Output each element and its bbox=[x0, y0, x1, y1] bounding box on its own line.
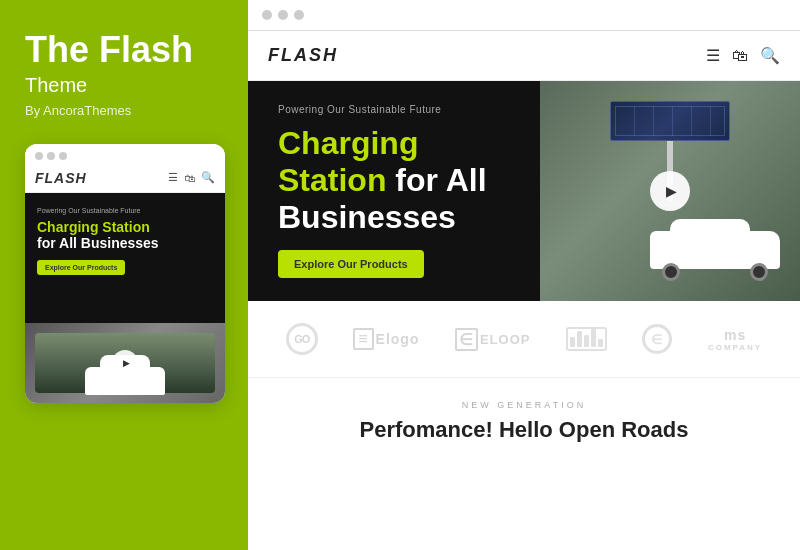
theme-subtitle: Theme bbox=[25, 74, 87, 97]
mockup-menu-icon[interactable]: ☰ bbox=[168, 171, 178, 184]
bar-1 bbox=[570, 337, 575, 347]
bar-2 bbox=[577, 331, 582, 347]
browser-chrome bbox=[248, 0, 800, 31]
mockup-hero-white: for All Businesses bbox=[37, 235, 159, 251]
logo-go: GO bbox=[286, 323, 318, 355]
hero-image bbox=[540, 81, 800, 301]
new-gen-title: Perfomance! Hello Open Roads bbox=[268, 416, 780, 444]
hero-title-white2: Businesses bbox=[278, 199, 456, 235]
logo-bars bbox=[566, 327, 607, 351]
hero-title: Charging Station for All Businesses bbox=[278, 125, 510, 235]
logo-company-container: ms COMPANY bbox=[708, 327, 762, 352]
nav-search-icon[interactable]: 🔍 bbox=[760, 46, 780, 65]
logo-eloop: ∈ ELOOP bbox=[455, 328, 531, 351]
nav-menu-icon[interactable]: ☰ bbox=[706, 46, 720, 65]
logos-section: GO ≡ Elogo ∈ ELOOP bbox=[248, 301, 800, 378]
mockup-hero-title: Charging Station for All Businesses bbox=[37, 219, 213, 253]
site-nav: FLASH ☰ 🛍 🔍 bbox=[248, 31, 800, 81]
hero-title-white1: for All bbox=[395, 162, 486, 198]
eloop-label: ELOOP bbox=[480, 332, 531, 347]
hero-cta-button[interactable]: Explore Our Products bbox=[278, 250, 424, 278]
browser-dot-3 bbox=[294, 10, 304, 20]
logo-company: ms COMPANY bbox=[708, 327, 762, 352]
mockup-nav-icons: ☰ 🛍 🔍 bbox=[168, 171, 215, 184]
car-wheel-left bbox=[662, 263, 680, 281]
logo-elogo-text: ≡ Elogo bbox=[353, 328, 419, 350]
logo-e-circle: ∈ bbox=[642, 324, 672, 354]
logo-circle-e: ∈ bbox=[642, 324, 672, 354]
hero-title-green1: Charging bbox=[278, 125, 418, 161]
mockup-hero-subtitle: Powering Our Sustainable Future bbox=[37, 207, 213, 214]
titlebar-dot-2 bbox=[47, 152, 55, 160]
theme-title: The Flash bbox=[25, 30, 193, 70]
elogo-label: Elogo bbox=[376, 331, 420, 347]
logo-eloop-text: ∈ ELOOP bbox=[455, 328, 531, 351]
mockup-hero: Powering Our Sustainable Future Charging… bbox=[25, 193, 225, 323]
nav-bag-icon[interactable]: 🛍 bbox=[732, 47, 748, 65]
right-panel: FLASH ☰ 🛍 🔍 Powering Our Sustainable Fut… bbox=[248, 0, 800, 550]
hero-section: Powering Our Sustainable Future Charging… bbox=[248, 81, 800, 301]
hero-small-text: Powering Our Sustainable Future bbox=[278, 104, 510, 115]
bar-5 bbox=[598, 339, 603, 347]
car-wheel-right bbox=[750, 263, 768, 281]
new-gen-section: NEW GENERATION Perfomance! Hello Open Ro… bbox=[248, 378, 800, 460]
solar-panel bbox=[610, 101, 730, 141]
bar-4 bbox=[591, 329, 596, 347]
left-panel: The Flash Theme By AncoraThemes FLASH ☰ … bbox=[0, 0, 248, 550]
mockup-nav: FLASH ☰ 🛍 🔍 bbox=[25, 164, 225, 193]
site-logo: FLASH bbox=[268, 45, 338, 66]
mockup-car-image bbox=[25, 323, 225, 403]
mobile-mockup: FLASH ☰ 🛍 🔍 Powering Our Sustainable Fut… bbox=[25, 144, 225, 403]
site-preview: FLASH ☰ 🛍 🔍 Powering Our Sustainable Fut… bbox=[248, 31, 800, 550]
theme-author: By AncoraThemes bbox=[25, 103, 131, 118]
logo-bars-container bbox=[566, 327, 607, 351]
titlebar-dot-3 bbox=[59, 152, 67, 160]
bar-3 bbox=[584, 335, 589, 347]
mockup-logo: FLASH bbox=[35, 170, 87, 186]
browser-dot-1 bbox=[262, 10, 272, 20]
mockup-titlebar bbox=[25, 144, 225, 164]
mockup-hero-green: Charging Station bbox=[37, 219, 150, 235]
logo-elogo: ≡ Elogo bbox=[353, 328, 419, 350]
browser-dot-2 bbox=[278, 10, 288, 20]
new-gen-label: NEW GENERATION bbox=[268, 400, 780, 410]
mockup-search-icon[interactable]: 🔍 bbox=[201, 171, 215, 184]
logo-company-bottom: COMPANY bbox=[708, 343, 762, 352]
hero-play-button[interactable] bbox=[650, 171, 690, 211]
mockup-cta-button[interactable]: Explore Our Products bbox=[37, 260, 125, 275]
mockup-bag-icon[interactable]: 🛍 bbox=[184, 172, 195, 184]
titlebar-dot-1 bbox=[35, 152, 43, 160]
mockup-play-button[interactable] bbox=[112, 350, 138, 376]
hero-content: Powering Our Sustainable Future Charging… bbox=[248, 81, 540, 301]
site-nav-icons: ☰ 🛍 🔍 bbox=[706, 46, 780, 65]
logo-go-circle: GO bbox=[286, 323, 318, 355]
hero-car bbox=[650, 226, 780, 281]
logo-company-top: ms bbox=[724, 327, 746, 343]
hero-title-green2: Station bbox=[278, 162, 386, 198]
